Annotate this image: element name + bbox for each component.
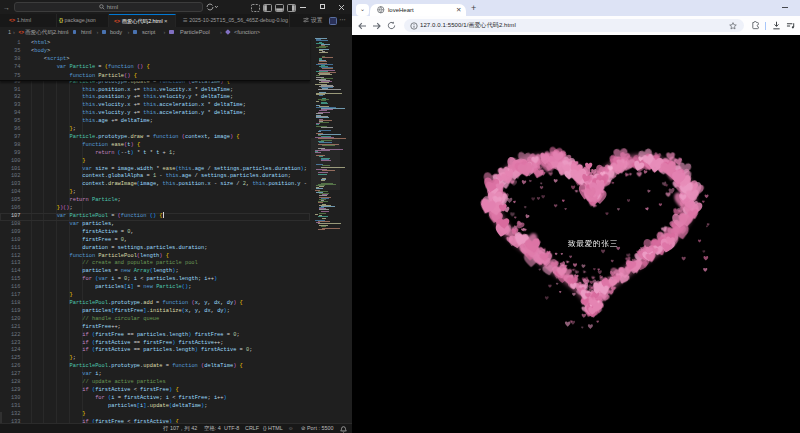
svg-text:致最爱的张三: 致最爱的张三 bbox=[568, 239, 618, 248]
